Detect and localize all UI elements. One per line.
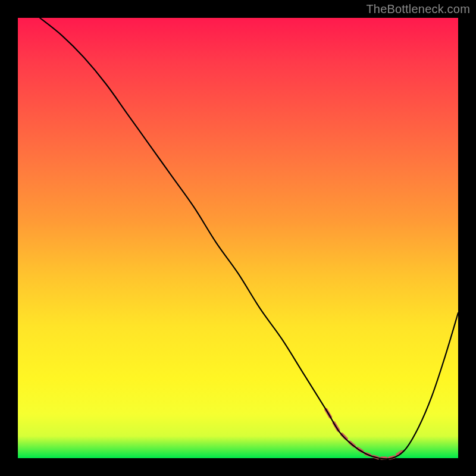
watermark-text: TheBottleneck.com: [366, 2, 470, 16]
bottleneck-curve-line: [40, 18, 458, 459]
plot-area: [18, 18, 458, 458]
chart-frame: TheBottleneck.com: [0, 0, 476, 476]
highlight-dash-group: [326, 410, 402, 458]
curve-svg: [18, 18, 458, 458]
